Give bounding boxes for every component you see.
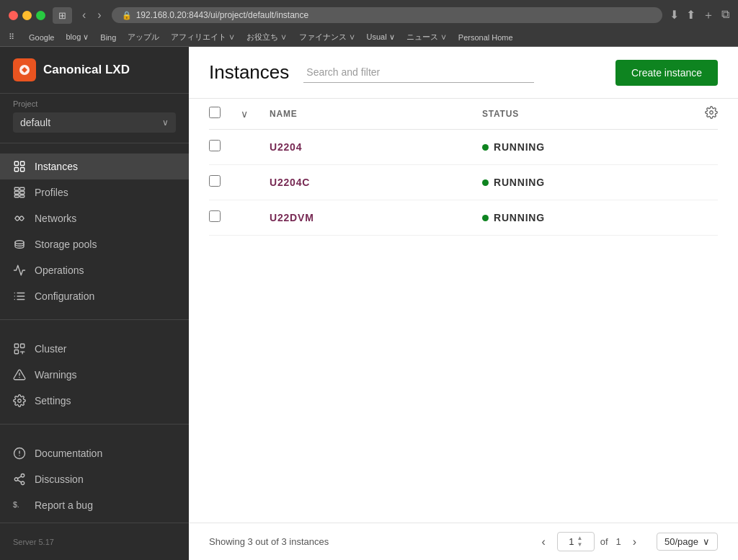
instance-status-col-u2204c: Running [482, 177, 686, 188]
configuration-icon [13, 290, 26, 303]
svg-rect-18 [14, 344, 18, 347]
sidebar-item-operations[interactable]: Operations [0, 257, 189, 283]
row-checkbox-col [209, 175, 232, 190]
instances-table-area: ∨ NAME STATUS u [189, 99, 738, 523]
bookmark-google[interactable]: Google [29, 33, 54, 42]
sidebar-item-instances[interactable]: Instances [0, 154, 189, 179]
instance-name-link-u2204[interactable]: u2204 [270, 141, 302, 153]
cluster-icon [13, 342, 26, 355]
page-input-wrapper: 1 ▲ ▼ [557, 532, 595, 551]
bookmark-news[interactable]: ニュース ∨ [406, 32, 447, 43]
traffic-lights [9, 11, 45, 20]
sidebar-item-warnings[interactable]: Warnings [0, 362, 189, 388]
fullscreen-traffic-light[interactable] [36, 11, 45, 20]
apps-grid-icon[interactable]: ⠿ [9, 32, 14, 42]
address-bar[interactable]: 🔒 192.168.0.20:8443/ui/project/default/i… [112, 7, 662, 23]
row-checkbox-u2204c[interactable] [209, 175, 221, 187]
expand-col: ∨ [241, 107, 261, 120]
per-page-selector[interactable]: 50/page ∨ [657, 533, 718, 551]
bookmark-usual[interactable]: Usual ∨ [367, 32, 395, 42]
status-text-u2204: Running [494, 141, 545, 153]
sidebar-item-networks[interactable]: Networks [0, 205, 189, 231]
project-value: default [20, 117, 50, 128]
settings-icon [13, 394, 26, 407]
sidebar-global-nav: Cluster Warnings Settings [0, 326, 189, 418]
sidebar-footer: Server 5.17 [0, 523, 189, 560]
documentation-icon [13, 447, 26, 460]
nav-divider-2 [0, 424, 189, 425]
sidebar-item-discussion-label: Discussion [35, 474, 84, 485]
minimize-traffic-light[interactable] [22, 11, 32, 20]
bookmark-finance[interactable]: ファイナンス ∨ [299, 32, 355, 43]
instance-name-link-u2204c[interactable]: u2204c [270, 177, 310, 188]
pagination-next-button[interactable]: › [627, 533, 642, 551]
svg-rect-2 [21, 161, 25, 165]
download-icon[interactable]: ⬇ [670, 8, 679, 23]
bookmark-blog[interactable]: blog ∨ [66, 32, 89, 42]
lxd-logo-icon [13, 58, 36, 81]
expand-all-icon[interactable]: ∨ [241, 108, 248, 120]
instance-name-link-u22dvm[interactable]: u22dvm [270, 212, 314, 223]
storage-pools-icon [13, 238, 26, 251]
sidebar-item-operations-label: Operations [35, 265, 84, 276]
sidebar-help-nav: Documentation Discussion $. Report a bug [0, 430, 189, 523]
sidebar-item-configuration[interactable]: Configuration [0, 283, 189, 309]
status-text-u22dvm: Running [494, 212, 545, 223]
sidebar-item-report-bug[interactable]: $. Report a bug [0, 492, 189, 518]
page-increment-button[interactable]: ▲ [577, 535, 582, 541]
back-button[interactable]: ‹ [79, 7, 89, 23]
sidebar-item-profiles[interactable]: Profiles [0, 179, 189, 205]
bookmark-bing[interactable]: Bing [100, 33, 116, 42]
project-dropdown[interactable]: default ∨ [13, 112, 176, 133]
page-decrement-button[interactable]: ▼ [577, 542, 582, 548]
sidebar-item-storage-pools-label: Storage pools [35, 239, 97, 250]
col-header-name: NAME [270, 109, 474, 119]
bookmark-personal-home[interactable]: Personal Home [458, 33, 513, 42]
bookmark-apple[interactable]: アップル [128, 32, 159, 43]
table-settings-icon[interactable] [705, 106, 718, 122]
svg-rect-3 [14, 168, 18, 172]
svg-line-32 [17, 480, 21, 482]
bookmark-affiliate[interactable]: アフィリエイト ∨ [171, 32, 235, 43]
pagination-info: Showing 3 out of 3 instances [209, 536, 527, 547]
browser-action-buttons: ⬇ ⬆ ＋ ⧉ [670, 8, 729, 23]
server-version: Server 5.17 [0, 532, 189, 552]
sidebar-item-documentation[interactable]: Documentation [0, 440, 189, 466]
create-instance-button[interactable]: Create instance [615, 60, 718, 86]
share-icon[interactable]: ⬆ [686, 8, 695, 23]
sidebar-item-profiles-label: Profiles [35, 187, 68, 198]
bookmark-useful[interactable]: お役立ち ∨ [246, 32, 287, 43]
search-input[interactable] [303, 62, 534, 83]
current-page-number: 1 [569, 536, 574, 547]
svg-text:$.: $. [13, 500, 19, 509]
sidebar-item-instances-label: Instances [35, 161, 78, 172]
sidebar-item-discussion[interactable]: Discussion [0, 466, 189, 492]
sidebar-toggle-button[interactable]: ⊞ [53, 7, 72, 24]
svg-point-25 [18, 399, 22, 403]
table-row: u2204 Running [209, 130, 718, 165]
project-selector: Project default ∨ [0, 94, 189, 143]
status-cell-u22dvm: Running [482, 212, 686, 223]
instance-status-col-u2204: Running [482, 141, 686, 153]
svg-rect-1 [14, 161, 18, 165]
row-checkbox-u22dvm[interactable] [209, 210, 221, 222]
svg-rect-6 [20, 187, 25, 190]
sidebar-item-storage-pools[interactable]: Storage pools [0, 231, 189, 257]
new-tab-icon[interactable]: ＋ [703, 8, 714, 23]
select-all-checkbox[interactable] [209, 107, 221, 118]
sidebar-item-cluster[interactable]: Cluster [0, 336, 189, 362]
col-header-settings [695, 106, 718, 122]
content-header: Instances Create instance [189, 47, 738, 99]
sidebar-logo: Canonical LXD [0, 47, 189, 94]
row-checkbox-u2204[interactable] [209, 140, 221, 151]
bookmarks-bar: ⠿ Google blog ∨ Bing アップル アフィリエイト ∨ お役立ち… [0, 30, 738, 47]
sidebar-item-settings[interactable]: Settings [0, 388, 189, 414]
lock-icon: 🔒 [122, 11, 132, 20]
tabs-icon[interactable]: ⧉ [721, 8, 729, 23]
page-title: Instances [209, 61, 289, 84]
forward-button[interactable]: › [94, 7, 104, 23]
per-page-value: 50/page [664, 536, 698, 547]
profiles-icon [13, 186, 26, 199]
pagination-prev-button[interactable]: ‹ [535, 533, 551, 551]
close-traffic-light[interactable] [9, 11, 18, 20]
